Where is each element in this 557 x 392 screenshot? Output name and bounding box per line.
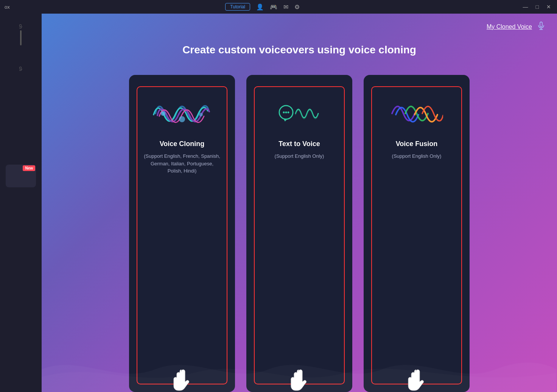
page-title: Create custom voiceovers using voice clo…	[42, 44, 557, 56]
svg-point-8	[288, 112, 289, 114]
text-to-voice-icon-area	[277, 98, 322, 129]
voice-cloning-subtitle: (Support English, French, Spanish, Germa…	[143, 152, 221, 175]
sidebar-scrollbar	[20, 30, 22, 45]
sidebar-label-ch-1: ch	[19, 24, 23, 29]
svg-point-6	[283, 112, 285, 114]
minimize-button[interactable]: —	[521, 3, 530, 11]
cards-container: Voice Cloning (Support English, French, …	[42, 75, 557, 392]
text-to-voice-hand-cursor	[288, 369, 311, 392]
sidebar-label-ch-2: ch	[19, 67, 23, 71]
title-bar-left: ox	[5, 4, 10, 10]
close-button[interactable]: ✕	[545, 3, 552, 11]
window-controls: — □ ✕	[521, 3, 552, 11]
main-content: My Cloned Voice Create custom voiceovers…	[42, 14, 557, 392]
microphone-icon[interactable]	[537, 21, 546, 32]
voice-cloning-card[interactable]: Voice Cloning (Support English, French, …	[129, 75, 235, 392]
voice-cloning-title: Voice Cloning	[160, 140, 205, 148]
sidebar-item-search-top[interactable]: ch	[0, 21, 42, 48]
text-to-voice-title: Text to Voice	[278, 140, 320, 148]
voice-fusion-hand-cursor	[405, 369, 428, 392]
sidebar-new-item[interactable]: New	[6, 165, 36, 187]
new-badge: New	[23, 165, 35, 171]
title-bar: ox Tutorial 👤 🎮 ✉ ⚙ — □ ✕	[0, 0, 557, 14]
voice-fusion-card-inner: Voice Fusion (Support English Only)	[371, 86, 462, 384]
top-right: My Cloned Voice	[487, 21, 546, 32]
title-bar-center: Tutorial 👤 🎮 ✉ ⚙	[225, 3, 300, 11]
voice-cloning-hand-cursor	[171, 369, 193, 392]
gamepad-icon[interactable]: 🎮	[270, 3, 277, 11]
svg-point-3	[179, 116, 185, 122]
voice-fusion-card[interactable]: Voice Fusion (Support English Only)	[364, 75, 470, 392]
voice-cloning-icon-area	[152, 98, 212, 129]
main-layout: ch ch New My Cloned Voice Creat	[0, 14, 557, 392]
voice-fusion-subtitle: (Support English Only)	[392, 152, 442, 160]
voice-cloning-card-inner: Voice Cloning (Support English, French, …	[137, 86, 227, 384]
sidebar-item-search-bottom[interactable]: ch	[0, 64, 42, 74]
svg-point-4	[199, 113, 203, 117]
app-name: ox	[5, 4, 10, 10]
maximize-button[interactable]: □	[534, 3, 540, 11]
tutorial-button[interactable]: Tutorial	[225, 3, 250, 11]
mail-icon[interactable]: ✉	[283, 3, 288, 11]
settings-icon[interactable]: ⚙	[294, 3, 300, 11]
voice-fusion-title: Voice Fusion	[396, 140, 438, 148]
user-icon[interactable]: 👤	[256, 3, 264, 11]
text-to-voice-card[interactable]: Text to Voice (Support English Only)	[246, 75, 352, 392]
text-to-voice-subtitle: (Support English Only)	[275, 152, 324, 160]
voice-fusion-icon-area	[390, 98, 443, 129]
title-bar-icons: 👤 🎮 ✉ ⚙	[256, 3, 300, 11]
text-to-voice-card-inner: Text to Voice (Support English Only)	[254, 86, 345, 384]
svg-point-2	[161, 111, 165, 116]
svg-point-7	[285, 112, 287, 114]
sidebar: ch ch New	[0, 14, 42, 392]
my-cloned-voice-link[interactable]: My Cloned Voice	[487, 23, 532, 30]
